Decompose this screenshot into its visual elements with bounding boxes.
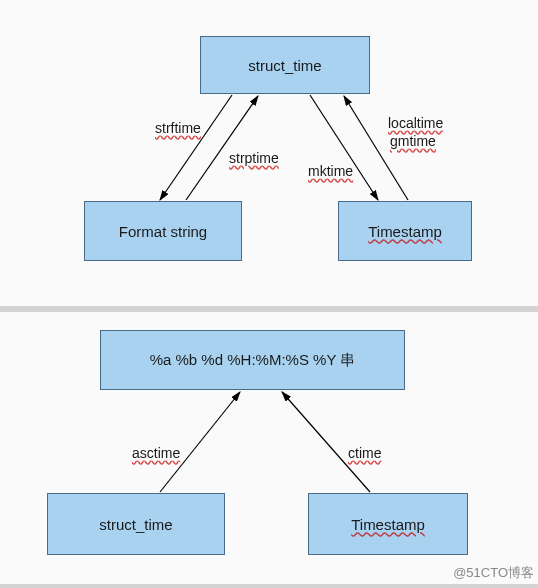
- edge-label-strftime: strftime: [155, 120, 201, 136]
- diagram-bottom-panel: %a %b %d %H:%M:%S %Y 串 struct_time Times…: [0, 312, 538, 584]
- edge-strptime-arrow: [186, 96, 258, 200]
- node-struct-time-bottom: struct_time: [47, 493, 225, 555]
- node-label: Timestamp: [351, 516, 425, 533]
- edge-label-strptime: strptime: [229, 150, 279, 166]
- node-label: struct_time: [248, 57, 321, 74]
- edge-asctime-arrow: [160, 392, 240, 492]
- edge-ctime-arrow: [282, 392, 370, 492]
- node-label: Format string: [119, 223, 207, 240]
- node-label: struct_time: [99, 516, 172, 533]
- watermark-text: @51CTO博客: [453, 564, 534, 582]
- node-label: Timestamp: [368, 223, 442, 240]
- edge-label-localtime: localtime: [388, 115, 443, 131]
- node-format-pattern: %a %b %d %H:%M:%S %Y 串: [100, 330, 405, 390]
- node-label: %a %b %d %H:%M:%S %Y 串: [150, 351, 356, 370]
- node-struct-time-top: struct_time: [200, 36, 370, 94]
- node-timestamp-bottom: Timestamp: [308, 493, 468, 555]
- node-timestamp-top: Timestamp: [338, 201, 472, 261]
- node-format-string: Format string: [84, 201, 242, 261]
- edge-label-mktime: mktime: [308, 163, 353, 179]
- edge-label-gmtime: gmtime: [390, 133, 436, 149]
- edge-mktime-arrow: [310, 95, 378, 200]
- edge-label-asctime: asctime: [132, 445, 180, 461]
- edge-strftime-arrow: [160, 95, 232, 200]
- diagram-top-panel: struct_time Format string Timestamp strf…: [0, 0, 538, 306]
- edge-label-ctime: ctime: [348, 445, 381, 461]
